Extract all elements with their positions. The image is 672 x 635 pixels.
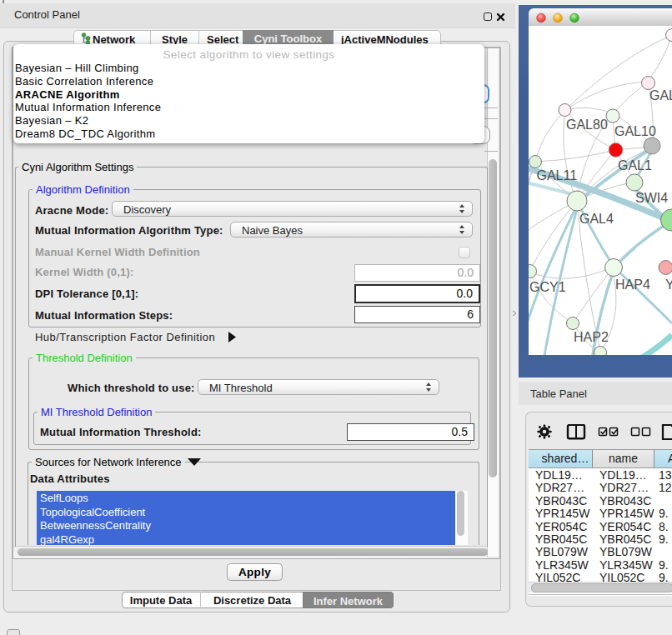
svg-text:GAL80: GAL80: [566, 118, 608, 132]
svg-text:GAL1: GAL1: [618, 158, 652, 172]
svg-text:YE: YE: [665, 278, 672, 292]
svg-text:GCY1: GCY1: [529, 280, 566, 294]
svg-text:GAL11: GAL11: [537, 168, 578, 182]
svg-text:GAL7: GAL7: [649, 88, 672, 102]
svg-text:HAP4: HAP4: [615, 278, 650, 292]
svg-text:GAL10: GAL10: [614, 124, 656, 138]
svg-text:SWI4: SWI4: [635, 191, 668, 205]
svg-text:GAL4: GAL4: [579, 212, 614, 226]
svg-text:HAP2: HAP2: [574, 330, 609, 344]
